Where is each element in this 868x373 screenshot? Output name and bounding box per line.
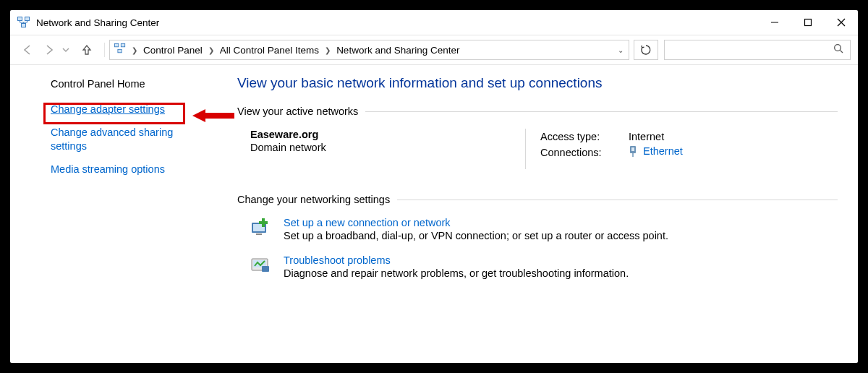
- forward-button[interactable]: [39, 40, 59, 60]
- network-sharing-icon: [17, 16, 30, 29]
- close-button[interactable]: [825, 12, 858, 33]
- svg-rect-5: [22, 24, 25, 27]
- access-type-label: Access type:: [540, 130, 627, 143]
- minimize-button[interactable]: [758, 12, 791, 33]
- address-bar[interactable]: ❯ Control Panel ❯ All Control Panel Item…: [109, 40, 629, 60]
- access-type-value: Internet: [629, 130, 683, 143]
- svg-rect-11: [115, 44, 118, 47]
- up-button[interactable]: [77, 40, 97, 60]
- chevron-down-icon[interactable]: ⌄: [614, 46, 627, 54]
- recent-dropdown[interactable]: [61, 40, 71, 60]
- chevron-right-icon[interactable]: ❯: [322, 46, 333, 54]
- section-networking-settings: Change your networking settings: [237, 194, 838, 205]
- breadcrumb-item[interactable]: Network and Sharing Center: [333, 45, 462, 56]
- search-input[interactable]: [664, 40, 851, 60]
- svg-rect-29: [262, 266, 269, 272]
- breadcrumb-item[interactable]: Control Panel: [140, 45, 205, 56]
- svg-rect-26: [259, 221, 268, 224]
- chevron-right-icon[interactable]: ❯: [129, 46, 140, 54]
- setup-connection-item: Set up a new connection or network Set u…: [237, 217, 838, 241]
- connections-label: Connections:: [540, 145, 627, 160]
- network-sharing-icon: [114, 43, 126, 57]
- setup-connection-icon: [250, 217, 271, 237]
- change-advanced-sharing-link[interactable]: Change advanced sharing settings: [51, 126, 188, 154]
- troubleshoot-desc: Diagnose and repair network problems, or…: [284, 267, 629, 279]
- network-type: Domain network: [250, 142, 525, 153]
- maximize-button[interactable]: [791, 12, 825, 33]
- svg-point-16: [835, 44, 841, 51]
- sidebar: Control Panel Home Change adapter settin…: [10, 65, 220, 363]
- troubleshoot-item: Troubleshoot problems Diagnose and repai…: [237, 254, 838, 279]
- main-content: View your basic network information and …: [220, 65, 858, 363]
- window: Network and Sharing Center: [10, 10, 858, 363]
- section-active-networks: View your active networks: [237, 106, 838, 117]
- back-button[interactable]: [17, 40, 38, 60]
- annotation-highlight: [43, 103, 185, 124]
- titlebar: Network and Sharing Center: [10, 10, 858, 35]
- svg-rect-3: [25, 17, 29, 20]
- svg-rect-20: [631, 147, 634, 151]
- search-icon: [833, 43, 844, 57]
- refresh-button[interactable]: [634, 40, 658, 60]
- body: Control Panel Home Change adapter settin…: [10, 65, 858, 363]
- ethernet-icon: [629, 147, 640, 159]
- annotation-arrow-icon: [192, 108, 234, 124]
- section-label: Change your networking settings: [237, 194, 390, 205]
- troubleshoot-icon: [250, 254, 271, 275]
- toolbar: ❯ Control Panel ❯ All Control Panel Item…: [10, 35, 858, 65]
- svg-rect-24: [256, 233, 262, 235]
- media-streaming-link[interactable]: Media streaming options: [51, 163, 207, 177]
- svg-marker-18: [192, 109, 234, 122]
- breadcrumb-item[interactable]: All Control Panel Items: [217, 45, 322, 56]
- svg-rect-1: [18, 17, 22, 20]
- svg-rect-7: [805, 20, 812, 26]
- setup-connection-desc: Set up a broadband, dial-up, or VPN conn…: [284, 230, 668, 241]
- network-name: Easeware.org: [250, 129, 525, 140]
- svg-line-17: [841, 50, 843, 53]
- control-panel-home-link[interactable]: Control Panel Home: [51, 78, 207, 90]
- page-heading: View your basic network information and …: [237, 75, 838, 91]
- connection-link[interactable]: Ethernet: [643, 145, 683, 157]
- section-label: View your active networks: [237, 106, 358, 117]
- svg-rect-13: [122, 44, 124, 47]
- svg-rect-15: [118, 50, 121, 53]
- chevron-right-icon[interactable]: ❯: [205, 46, 217, 54]
- setup-connection-link[interactable]: Set up a new connection or network: [284, 217, 668, 228]
- troubleshoot-link[interactable]: Troubleshoot problems: [284, 254, 629, 266]
- window-title: Network and Sharing Center: [36, 17, 159, 28]
- active-network-block: Easeware.org Domain network Access type:…: [237, 129, 838, 169]
